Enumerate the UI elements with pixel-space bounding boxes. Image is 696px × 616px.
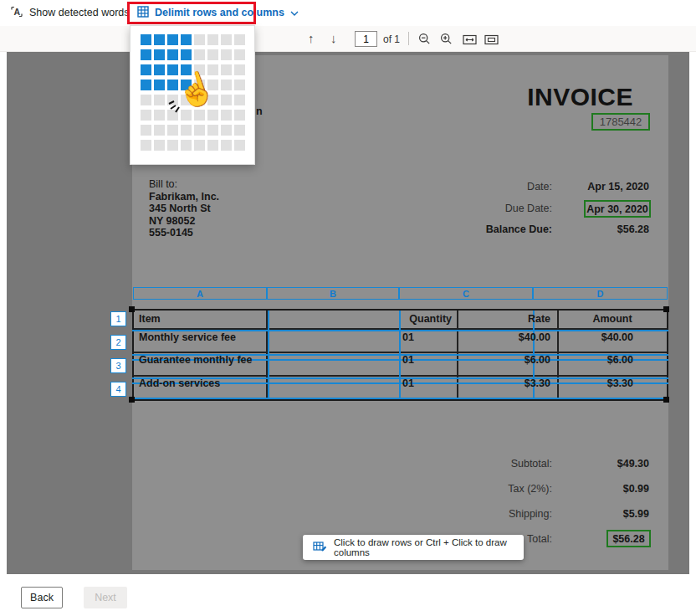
grid-cell[interactable]	[234, 64, 245, 75]
grid-cell[interactable]	[141, 95, 151, 105]
grid-cell[interactable]	[167, 49, 178, 60]
grid-cell[interactable]	[207, 49, 218, 60]
grid-cell[interactable]	[221, 64, 232, 75]
bill-to-label: Bill to:	[149, 178, 219, 191]
grid-cell[interactable]	[234, 49, 245, 60]
grid-cell[interactable]	[181, 49, 192, 60]
show-detected-words-button[interactable]: A Show detected words	[10, 0, 130, 25]
table-grid-line	[134, 352, 667, 353]
grid-cell[interactable]	[221, 125, 232, 136]
grid-cell[interactable]	[167, 34, 178, 45]
next-button[interactable]: Next	[84, 587, 127, 608]
grid-cell[interactable]	[221, 34, 232, 45]
grid-cell[interactable]	[181, 140, 192, 151]
grid-cell[interactable]	[141, 110, 151, 121]
date-label: Date:	[452, 181, 552, 192]
due-date-label: Due Date:	[452, 203, 552, 214]
row-header-1[interactable]: 1	[110, 311, 126, 326]
show-detected-words-label: Show detected words	[29, 7, 130, 18]
invoice-number: 1785442	[600, 116, 642, 128]
occluded-text-fragment: n	[256, 105, 263, 117]
grid-cell[interactable]	[194, 110, 205, 121]
grid-cell[interactable]	[141, 140, 151, 151]
selection-handle[interactable]	[663, 397, 669, 403]
chevron-down-icon	[290, 7, 299, 18]
grid-cell[interactable]	[221, 80, 232, 90]
grid-cell[interactable]	[154, 95, 165, 105]
grid-cell[interactable]	[194, 125, 205, 136]
fit-page-icon[interactable]	[484, 33, 499, 49]
selection-handle[interactable]	[663, 306, 669, 312]
page-count-label: of 1	[383, 33, 400, 45]
invoice-title: INVOICE	[466, 83, 633, 111]
shipping-value: $5.99	[544, 508, 649, 520]
table-cell: Monthly service fee	[139, 331, 236, 343]
selection-handle[interactable]	[129, 306, 135, 312]
delimit-rows-columns-button[interactable]: Delimit rows and columns	[137, 0, 299, 25]
grid-cell[interactable]	[221, 110, 232, 121]
grid-cell[interactable]	[194, 140, 205, 151]
row-delimiter-line[interactable]	[132, 398, 668, 399]
grid-cell[interactable]	[207, 110, 218, 121]
column-header-d[interactable]: D	[533, 287, 668, 300]
table-grid-icon	[137, 6, 149, 20]
grid-cell[interactable]	[154, 49, 165, 60]
bill-to-line: NY 98052	[149, 215, 219, 228]
toolbar-divider	[408, 32, 409, 45]
grid-cell[interactable]	[234, 95, 245, 105]
grid-cell[interactable]	[181, 125, 192, 136]
grid-cell[interactable]	[154, 110, 165, 121]
grid-cell[interactable]	[141, 80, 151, 90]
grid-cell[interactable]	[141, 64, 151, 75]
table-cell: 01	[402, 377, 414, 389]
grid-cell[interactable]	[194, 34, 205, 45]
row-header-2[interactable]: 2	[110, 335, 126, 350]
grid-cell[interactable]	[181, 34, 192, 45]
grid-cell[interactable]	[234, 125, 245, 136]
column-delimiter-line[interactable]	[268, 311, 269, 399]
grid-cell[interactable]	[207, 34, 218, 45]
page-down-icon[interactable]: ↓	[330, 32, 337, 44]
grid-cell[interactable]	[154, 64, 165, 75]
page-number-input[interactable]	[355, 31, 377, 47]
back-button[interactable]: Back	[21, 587, 63, 608]
grid-cell[interactable]	[167, 64, 178, 75]
subtotal-label: Subtotal:	[452, 458, 552, 470]
grid-cell[interactable]	[154, 125, 165, 136]
grid-cell[interactable]	[167, 140, 178, 151]
grid-cell[interactable]	[154, 80, 165, 90]
grid-cell[interactable]	[221, 95, 232, 105]
footer-bar: Back Next	[0, 574, 696, 616]
table-cell: $3.30	[535, 377, 633, 389]
grid-cell[interactable]	[141, 34, 151, 45]
grid-cell[interactable]	[141, 125, 151, 136]
fit-width-icon[interactable]	[463, 33, 477, 49]
table-header-amount: Amount	[559, 313, 666, 325]
grid-cell[interactable]	[154, 34, 165, 45]
grid-cell[interactable]	[234, 34, 245, 45]
zoom-in-icon[interactable]	[440, 33, 453, 49]
table-cell: Add-on services	[139, 377, 220, 389]
grid-cell[interactable]	[207, 140, 218, 151]
grid-cell[interactable]	[141, 49, 151, 60]
grid-cell[interactable]	[194, 49, 205, 60]
selection-handle[interactable]	[129, 397, 135, 403]
grid-cell[interactable]	[167, 125, 178, 136]
grid-cell[interactable]	[154, 140, 165, 151]
row-header-4[interactable]: 4	[110, 382, 126, 397]
total-highlight: $56.28	[606, 530, 651, 547]
column-header-a[interactable]: A	[133, 287, 267, 300]
grid-cell[interactable]	[207, 125, 218, 136]
grid-cell[interactable]	[221, 49, 232, 60]
page-up-icon[interactable]: ↑	[308, 32, 315, 44]
grid-cell[interactable]	[221, 140, 232, 151]
grid-cell[interactable]	[234, 110, 245, 121]
column-header-b[interactable]: B	[267, 287, 399, 300]
column-header-c[interactable]: C	[399, 287, 533, 300]
grid-cell[interactable]	[234, 80, 245, 90]
tax-value: $0.99	[544, 483, 649, 495]
row-header-3[interactable]: 3	[110, 358, 126, 373]
table-grid-line	[134, 375, 667, 377]
zoom-out-icon[interactable]	[418, 33, 431, 49]
grid-cell[interactable]	[234, 140, 245, 151]
